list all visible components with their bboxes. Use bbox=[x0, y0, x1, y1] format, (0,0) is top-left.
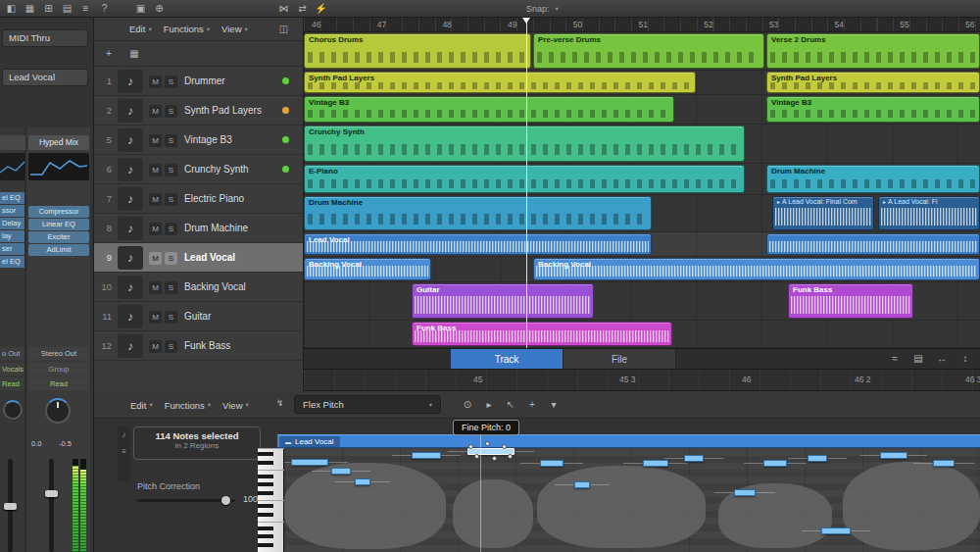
pitch-note[interactable] bbox=[355, 478, 370, 485]
plugin-slot[interactable]: Compressor bbox=[28, 206, 89, 218]
menu-functions[interactable]: Functions▾ bbox=[164, 24, 210, 34]
pan-knob[interactable] bbox=[45, 398, 71, 424]
pitch-note[interactable] bbox=[412, 452, 441, 459]
region-midi[interactable]: Verse 2 Drums bbox=[766, 33, 980, 69]
menu-edit[interactable]: Edit▾ bbox=[129, 24, 152, 34]
inspector-toggle-icon[interactable]: ◧ bbox=[2, 1, 21, 17]
pitch-note[interactable] bbox=[821, 527, 851, 534]
fader-cap[interactable] bbox=[4, 503, 17, 510]
black-key[interactable] bbox=[258, 527, 273, 530]
playhead-handle[interactable] bbox=[522, 18, 530, 24]
solo-button[interactable]: S bbox=[165, 105, 177, 118]
solo-button[interactable]: S bbox=[165, 311, 177, 324]
list-editors-icon[interactable]: ≡ bbox=[76, 1, 95, 17]
region-midi[interactable]: Drum Machine bbox=[304, 196, 652, 230]
region-chip[interactable]: ▬ Lead Vocal bbox=[279, 436, 340, 447]
new-track-type-icon[interactable]: ▦ bbox=[127, 46, 141, 62]
waveform-zoom-icon[interactable]: ≈ bbox=[888, 351, 902, 367]
plugin-slot[interactable]: Delay bbox=[0, 218, 24, 229]
pitch-note[interactable] bbox=[540, 460, 564, 467]
menu-view[interactable]: View▾ bbox=[221, 24, 248, 34]
mute-button[interactable]: M bbox=[149, 252, 162, 265]
editor-playhead[interactable] bbox=[480, 434, 481, 552]
track-row[interactable]: 1♪MSDrummer bbox=[94, 67, 303, 96]
plugin-slot[interactable]: ssor bbox=[0, 205, 24, 217]
setting-button[interactable]: Hyped Mix bbox=[28, 135, 89, 150]
black-key[interactable] bbox=[258, 491, 273, 495]
pitch-note[interactable] bbox=[808, 455, 827, 462]
drag-mode-icon[interactable]: ⋈ bbox=[274, 1, 293, 17]
bar-ruler[interactable]: 4647484950515253545556 bbox=[304, 18, 980, 32]
catch-playhead-icon[interactable]: ⊙ bbox=[461, 397, 474, 413]
region-midi[interactable]: Synth Pad Layers bbox=[766, 72, 980, 93]
menu-functions[interactable]: Functions▾ bbox=[165, 400, 211, 411]
mute-button[interactable]: M bbox=[149, 193, 162, 206]
piano-roll-icon[interactable]: ♪ bbox=[122, 430, 126, 439]
pitch-note[interactable] bbox=[574, 481, 590, 488]
pitch-note[interactable] bbox=[291, 459, 328, 466]
track-row[interactable]: 10♪MSBacking Vocal bbox=[94, 273, 303, 302]
region-midi[interactable]: Vintage B3 bbox=[304, 96, 674, 123]
note-handle[interactable] bbox=[474, 454, 479, 459]
region-audio[interactable]: Funk Bass bbox=[412, 322, 672, 346]
neighbor-volume-fader[interactable] bbox=[8, 459, 13, 552]
region-audio[interactable] bbox=[766, 233, 980, 255]
black-key[interactable] bbox=[258, 475, 273, 478]
step-editor-icon[interactable]: ≡ bbox=[122, 447, 126, 456]
pitch-note[interactable] bbox=[684, 455, 704, 462]
solo-button[interactable]: S bbox=[165, 193, 177, 206]
output-button[interactable]: Stereo Out bbox=[28, 347, 89, 360]
mute-button[interactable]: M bbox=[149, 223, 162, 235]
add-note-icon[interactable]: + bbox=[525, 397, 539, 413]
add-marker-icon[interactable]: ⊕ bbox=[150, 1, 169, 17]
pitch-correction-slider[interactable] bbox=[137, 499, 235, 502]
mute-button[interactable]: M bbox=[149, 281, 162, 294]
tab-file[interactable]: File bbox=[564, 349, 676, 369]
solo-button[interactable]: S bbox=[165, 281, 177, 294]
region-audio[interactable]: Lead Vocal bbox=[304, 233, 652, 255]
plugin-slot[interactable]: el EQ bbox=[0, 256, 24, 268]
snap-mode-icon[interactable]: ⇄ bbox=[293, 1, 312, 17]
mixer-icon[interactable]: ▦ bbox=[21, 1, 39, 17]
region-midi[interactable]: Synth Pad Layers bbox=[304, 72, 696, 93]
region-comp[interactable]: ▸A Lead Vocal: Final Com bbox=[772, 196, 874, 230]
piano-keys[interactable] bbox=[258, 448, 284, 552]
snap-menu[interactable]: Snap: ▾ bbox=[526, 4, 559, 14]
region-midi[interactable]: Vintage B3 bbox=[766, 96, 980, 123]
track-row[interactable]: 11♪MSGuitar bbox=[94, 302, 303, 331]
plugin-slot[interactable]: Exciter bbox=[28, 231, 89, 243]
pitch-note[interactable] bbox=[331, 468, 351, 475]
plugin-slot[interactable]: ser bbox=[0, 243, 24, 255]
black-key[interactable] bbox=[258, 461, 273, 465]
editors-icon[interactable]: ▣ bbox=[131, 1, 150, 17]
region-midi[interactable]: E-Piano bbox=[304, 165, 745, 193]
solo-button[interactable]: S bbox=[165, 134, 177, 147]
region-midi[interactable]: Crunchy Synth bbox=[304, 125, 745, 162]
pitch-note[interactable] bbox=[643, 460, 668, 467]
eq-thumbnail[interactable] bbox=[28, 153, 89, 180]
black-key[interactable] bbox=[258, 452, 273, 456]
plugin-slot[interactable]: AdLimit bbox=[28, 244, 89, 256]
neighbor-group-button[interactable]: Vocals bbox=[0, 363, 24, 376]
neighbor-setting-button[interactable] bbox=[0, 135, 25, 150]
slider-knob[interactable] bbox=[221, 496, 230, 505]
smart-controls-icon[interactable]: ⊞ bbox=[39, 1, 58, 17]
flex-enable-icon[interactable]: ⚡ bbox=[312, 1, 330, 17]
mute-button[interactable]: M bbox=[149, 105, 162, 118]
horizontal-zoom-icon[interactable]: ↔ bbox=[935, 351, 949, 367]
editor-region-bar[interactable]: ▬ Lead Vocal bbox=[277, 434, 980, 448]
track-row[interactable]: 8♪MSDrum Machine bbox=[94, 214, 303, 243]
pitch-note[interactable] bbox=[880, 452, 907, 459]
fader-cap[interactable] bbox=[45, 490, 58, 497]
flex-mode-select[interactable]: Flex Pitch ▾ bbox=[294, 395, 441, 414]
mute-button[interactable]: M bbox=[149, 164, 162, 176]
pitch-note[interactable] bbox=[933, 460, 955, 467]
track-row[interactable]: 7♪MSElectric Piano bbox=[94, 184, 303, 214]
vertical-zoom-icon[interactable]: ↕ bbox=[958, 351, 972, 367]
neighbor-read-button[interactable]: Read bbox=[0, 377, 24, 390]
track-row[interactable]: 2♪MSSynth Pad Layers bbox=[94, 96, 303, 125]
quick-help-icon[interactable]: ? bbox=[95, 1, 114, 17]
region-midi[interactable]: Pre-verse Drums bbox=[533, 33, 764, 69]
pointer-tool-icon[interactable]: ↖ bbox=[504, 397, 517, 413]
play-from-selection-icon[interactable]: ▸ bbox=[482, 397, 496, 413]
